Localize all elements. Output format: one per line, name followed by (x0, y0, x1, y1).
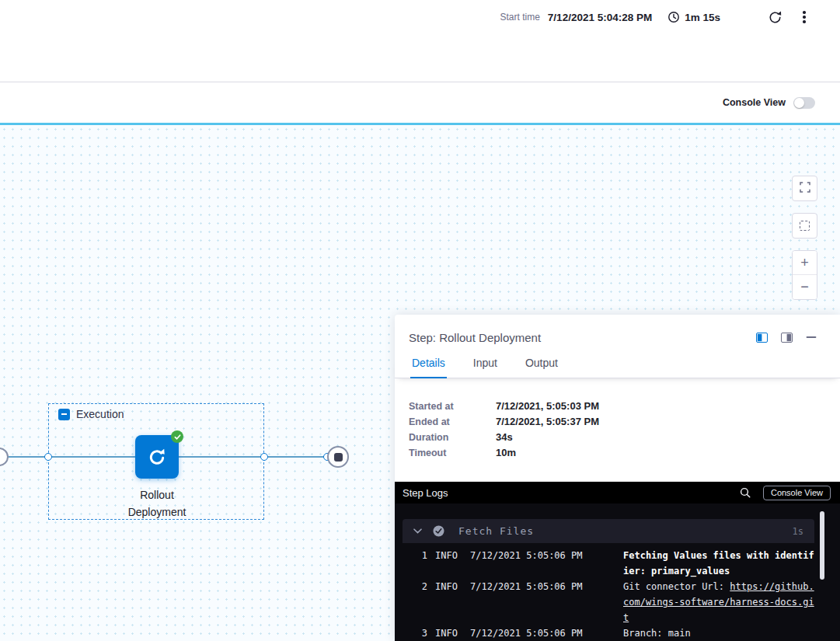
layout-right-icon (781, 333, 793, 343)
log-line: 1INFO7/12/2021 5:05:06 PMFetching Values… (403, 548, 814, 579)
detail-value: 7/12/2021, 5:05:37 PM (496, 414, 599, 430)
step-tabs: DetailsInputOutput (395, 357, 840, 378)
top-bar: Start time 7/12/2021 5:04:28 PM 1m 15s (0, 0, 840, 82)
stop-node[interactable] (327, 446, 349, 468)
log-content: Fetch Files 1s 1INFO7/12/2021 5:05:06 PM… (403, 519, 814, 641)
log-line-number: 3 (412, 625, 427, 641)
log-timestamp: 7/12/2021 5:05:06 PM (470, 579, 584, 625)
log-line: 2INFO7/12/2021 5:05:06 PMGit connector U… (403, 579, 814, 625)
log-line: 3INFO7/12/2021 5:05:06 PMBranch: main (403, 625, 814, 641)
detail-row: Duration34s (409, 430, 840, 445)
layout-right-pane-button[interactable] (779, 330, 793, 344)
fit-selection-icon (800, 221, 810, 231)
section-success-check-icon (433, 525, 444, 537)
tab-output[interactable]: Output (524, 357, 559, 378)
log-line-number: 1 (412, 548, 427, 579)
tab-details[interactable]: Details (410, 357, 447, 378)
execution-group-label: Execution (76, 408, 124, 420)
detail-row: Timeout10m (409, 445, 840, 461)
minimize-panel-button[interactable] (804, 330, 818, 344)
fit-selection-button[interactable] (792, 213, 817, 239)
console-view-label: Console View (723, 97, 786, 108)
log-level: INFO (435, 548, 462, 579)
log-section-title: Fetch Files (458, 525, 793, 537)
more-options-kebab-button[interactable] (795, 8, 814, 26)
log-message: Git connector Url: https://github.com/wi… (623, 579, 814, 625)
log-message: Fetching Values files with identifier: p… (623, 548, 814, 579)
fullscreen-icon (800, 182, 810, 195)
chevron-down-icon (413, 528, 422, 534)
zoom-in-button[interactable]: + (793, 251, 817, 275)
step-success-badge (171, 430, 183, 443)
elapsed-duration: 1m 15s (685, 12, 720, 23)
layout-left-pane-button[interactable] (755, 330, 769, 344)
rollout-deployment-step-node[interactable] (135, 435, 179, 479)
search-icon (740, 487, 751, 498)
log-section-fetch-files[interactable]: Fetch Files 1s (403, 519, 814, 543)
canvas-toolbar: Console View (0, 82, 840, 123)
zoom-out-icon: − (800, 279, 809, 295)
log-scrollbar[interactable] (820, 511, 824, 580)
pipeline-execution-screen: Start time 7/12/2021 5:04:28 PM 1m 15s C… (0, 0, 840, 641)
detail-value: 34s (496, 430, 513, 445)
detail-label: Ended at (409, 414, 496, 430)
clock-icon (667, 11, 680, 23)
start-time-value: 7/12/2021 5:04:28 PM (548, 12, 652, 23)
step-logs-bar: Step Logs Console View (395, 482, 840, 503)
stop-icon (334, 453, 343, 462)
console-view-toggle[interactable] (793, 97, 815, 109)
toggle-knob (794, 98, 804, 108)
detail-value: 10m (496, 445, 516, 461)
step-panel-title: Step: Rollout Deployment (409, 331, 755, 344)
detail-label: Duration (409, 430, 496, 445)
panel-layout-controls (755, 330, 818, 344)
log-text: Branch: main (623, 628, 691, 639)
group-left-port (44, 453, 52, 461)
refresh-button[interactable] (765, 8, 784, 26)
check-icon (174, 434, 181, 441)
log-lines: 1INFO7/12/2021 5:05:06 PMFetching Values… (403, 543, 814, 641)
details-grid: Started at7/12/2021, 5:05:03 PMEnded at7… (395, 378, 840, 461)
log-text: Fetching Values files with identifier: p… (623, 550, 814, 577)
step-node-label: Rollout Deployment (114, 486, 200, 521)
log-section-duration: 1s (793, 526, 803, 537)
step-details-panel: Step: Rollout Deployment DetailsInputOut… (395, 315, 840, 641)
tab-input[interactable]: Input (472, 357, 499, 378)
minimize-icon (806, 332, 817, 343)
log-message: Branch: main (623, 625, 814, 641)
execution-meta-row: Start time 7/12/2021 5:04:28 PM 1m 15s (500, 8, 814, 26)
detail-row: Ended at7/12/2021, 5:05:37 PM (409, 414, 840, 430)
detail-value: 7/12/2021, 5:05:03 PM (496, 399, 599, 414)
collapse-group-icon[interactable] (58, 409, 70, 420)
log-viewer: Fetch Files 1s 1INFO7/12/2021 5:05:06 PM… (395, 503, 840, 641)
rollout-redeploy-icon (146, 446, 168, 468)
log-level: INFO (435, 579, 462, 625)
log-timestamp: 7/12/2021 5:05:06 PM (470, 625, 584, 641)
log-search-button[interactable] (738, 486, 752, 500)
kebab-icon (803, 11, 806, 23)
log-text: Git connector Url: (623, 581, 730, 592)
zoom-in-icon: + (800, 255, 809, 271)
zoom-group: + − (792, 250, 817, 300)
step-logs-title: Step Logs (403, 487, 738, 499)
previous-node-edge (0, 448, 9, 466)
detail-label: Started at (409, 399, 496, 414)
step-panel-header: Step: Rollout Deployment (395, 315, 840, 344)
zoom-out-button[interactable]: − (793, 275, 817, 299)
logs-console-view-button[interactable]: Console View (763, 486, 831, 500)
log-level: INFO (435, 625, 462, 641)
detail-row: Started at7/12/2021, 5:05:03 PM (409, 399, 840, 414)
layout-left-icon (756, 333, 768, 343)
group-right-port (260, 453, 268, 461)
log-line-number: 2 (412, 579, 427, 625)
fullscreen-button[interactable] (792, 176, 817, 201)
execution-group-header[interactable]: Execution (58, 408, 124, 420)
log-timestamp: 7/12/2021 5:05:06 PM (470, 548, 584, 579)
canvas-zoom-controls: + − (792, 176, 817, 300)
start-time-label: Start time (500, 12, 540, 23)
detail-label: Timeout (409, 445, 496, 461)
